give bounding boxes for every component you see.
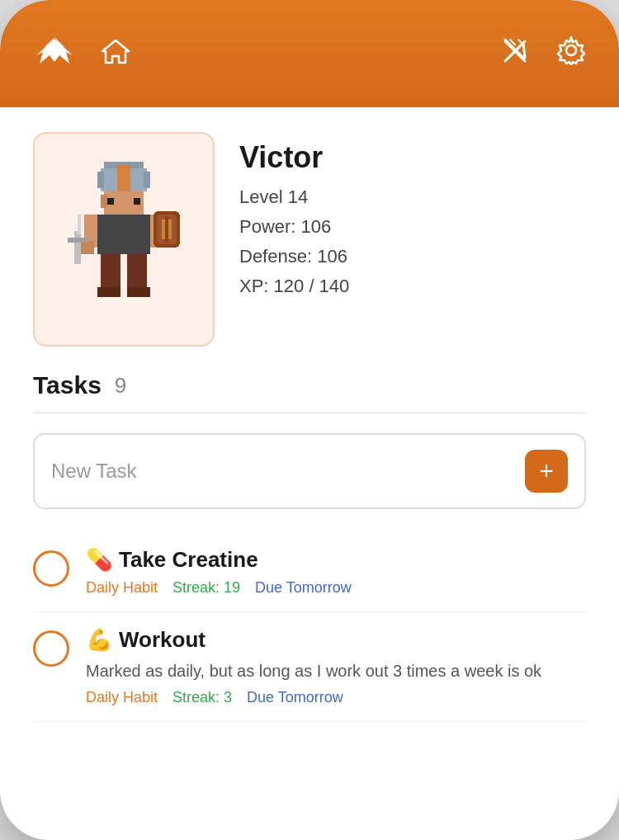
header-left <box>33 32 130 75</box>
svg-rect-15 <box>107 198 114 205</box>
tasks-title: Tasks <box>33 371 102 399</box>
task-meta-2: Daily Habit Streak: 3 Due Tomorrow <box>86 689 586 706</box>
task-name-2: Workout <box>119 627 206 653</box>
svg-rect-24 <box>165 216 168 243</box>
character-defense: Defense: 106 <box>239 246 349 267</box>
logo-icon <box>33 32 76 75</box>
svg-rect-29 <box>74 231 81 264</box>
tasks-count: 9 <box>115 373 126 399</box>
character-xp: XP: 120 / 140 <box>239 276 349 297</box>
task-due-2: Due Tomorrow <box>247 689 343 706</box>
character-power: Power: 106 <box>239 216 349 238</box>
task-name-1: Take Creatine <box>119 547 258 573</box>
svg-rect-11 <box>144 172 150 188</box>
task-content-1: 💊 Take Creatine Daily Habit Streak: 19 D… <box>86 547 586 597</box>
new-task-row[interactable]: New Task + <box>33 433 586 509</box>
task-streak-1: Streak: 19 <box>172 579 240 597</box>
svg-rect-17 <box>97 215 150 254</box>
sword-icon[interactable] <box>502 36 532 71</box>
svg-rect-14 <box>101 195 107 208</box>
add-task-button[interactable]: + <box>525 450 568 493</box>
task-emoji-2: 💪 <box>86 627 112 653</box>
svg-rect-27 <box>97 287 120 297</box>
home-icon[interactable] <box>101 38 130 70</box>
task-daily-tag-1: Daily Habit <box>86 579 158 597</box>
svg-rect-28 <box>127 287 150 297</box>
task-item-2: 💪 Workout Marked as daily, but as long a… <box>33 612 586 722</box>
header <box>0 0 619 107</box>
svg-rect-25 <box>101 254 120 290</box>
task-checkbox-2[interactable] <box>33 630 69 667</box>
tasks-header: Tasks 9 <box>33 371 586 399</box>
task-emoji-1: 💊 <box>86 547 112 573</box>
header-right <box>502 35 586 72</box>
task-title-2: 💪 Workout <box>86 627 586 653</box>
character-section: Victor Level 14 Power: 106 Defense: 106 … <box>33 132 586 347</box>
task-checkbox-1[interactable] <box>33 550 69 587</box>
new-task-label: New Task <box>51 460 137 483</box>
svg-rect-31 <box>78 215 81 234</box>
content: Victor Level 14 Power: 106 Defense: 106 … <box>0 107 619 840</box>
task-due-1: Due Tomorrow <box>255 579 352 597</box>
character-level: Level 14 <box>239 186 349 208</box>
task-meta-1: Daily Habit Streak: 19 Due Tomorrow <box>86 579 586 597</box>
character-name: Victor <box>239 140 349 175</box>
task-streak-2: Streak: 3 <box>172 689 232 706</box>
character-info: Victor Level 14 Power: 106 Defense: 106 … <box>239 132 349 305</box>
task-daily-tag-2: Daily Habit <box>86 689 158 706</box>
tasks-divider <box>33 413 586 413</box>
svg-rect-12 <box>117 165 130 191</box>
phone-frame: Victor Level 14 Power: 106 Defense: 106 … <box>0 0 619 840</box>
svg-rect-10 <box>97 172 104 188</box>
task-content-2: 💪 Workout Marked as daily, but as long a… <box>86 627 586 706</box>
svg-point-7 <box>566 45 576 55</box>
task-desc-2: Marked as daily, but as long as I work o… <box>86 659 586 682</box>
task-title-1: 💊 Take Creatine <box>86 547 586 573</box>
task-list: 💊 Take Creatine Daily Habit Streak: 19 D… <box>33 532 586 722</box>
svg-rect-26 <box>127 254 147 290</box>
svg-rect-30 <box>68 238 87 243</box>
svg-rect-16 <box>134 198 140 205</box>
gear-icon[interactable] <box>556 35 586 72</box>
svg-rect-19 <box>81 241 94 254</box>
character-avatar <box>33 132 215 347</box>
task-item: 💊 Take Creatine Daily Habit Streak: 19 D… <box>33 532 586 612</box>
